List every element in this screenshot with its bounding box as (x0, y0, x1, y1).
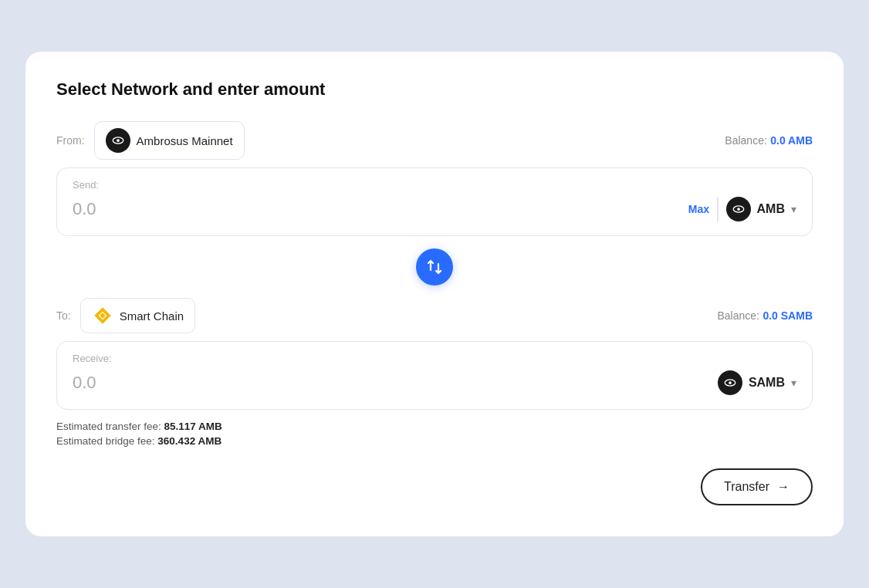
transfer-btn-label: Transfer (724, 480, 769, 494)
card-title: Select Network and enter amount (56, 79, 813, 100)
from-balance: Balance: 0.0 AMB (725, 133, 813, 147)
receive-token-selector[interactable]: SAMB ▾ (718, 370, 796, 395)
from-left: From: Ambrosus Mainnet (56, 121, 245, 160)
receive-label: Receive: (73, 353, 796, 364)
bridge-fee-label: Estimated bridge fee: (56, 435, 155, 447)
from-label: From: (56, 134, 85, 147)
to-left: To: Smart Chain (56, 298, 195, 333)
send-inner: 0.0 Max AMB ▾ (73, 197, 796, 221)
send-label: Send: (73, 179, 796, 191)
to-network-selector[interactable]: Smart Chain (80, 298, 195, 333)
send-token-name: AMB (757, 202, 785, 216)
to-balance-label: Balance: (717, 309, 759, 322)
send-value: 0.0 (73, 199, 96, 219)
transfer-fee-value: 85.117 AMB (164, 421, 222, 432)
svg-point-1 (117, 139, 120, 142)
ambrosus-icon (106, 128, 130, 153)
fee-section: Estimated transfer fee: 85.117 AMB Estim… (56, 421, 813, 447)
send-token-selector[interactable]: AMB ▾ (726, 197, 796, 221)
bridge-fee-line: Estimated bridge fee: 360.432 AMB (56, 435, 813, 447)
transfer-fee-line: Estimated transfer fee: 85.117 AMB (56, 421, 813, 432)
from-balance-label: Balance: (725, 134, 766, 147)
smart-chain-icon (92, 305, 113, 326)
send-right: Max AMB ▾ (688, 197, 796, 221)
receive-token-name: SAMB (749, 376, 785, 390)
swap-btn-container (56, 248, 813, 286)
to-balance-value: 0.0 SAMB (762, 309, 813, 322)
swap-button[interactable] (416, 248, 453, 286)
from-network-selector[interactable]: Ambrosus Mainnet (94, 121, 245, 160)
transfer-fee-label: Estimated transfer fee: (56, 421, 161, 432)
transfer-button[interactable]: Transfer → (701, 468, 813, 505)
receive-box: Receive: 0.0 SAMB ▾ (56, 341, 813, 410)
samb-token-icon (718, 370, 742, 395)
to-label: To: (56, 309, 71, 322)
transfer-arrow-icon: → (777, 480, 790, 494)
transfer-btn-row: Transfer → (56, 468, 813, 505)
from-row: From: Ambrosus Mainnet Balance: 0.0 AMB (56, 121, 813, 160)
from-network-name: Ambrosus Mainnet (137, 134, 233, 147)
amb-token-icon (726, 197, 751, 221)
svg-point-3 (737, 208, 740, 211)
receive-value: 0.0 (73, 373, 96, 393)
receive-inner: 0.0 SAMB ▾ (73, 370, 796, 395)
to-balance: Balance: 0.0 SAMB (717, 309, 813, 323)
svg-point-8 (729, 381, 732, 384)
to-row: To: Smart Chain Balance: 0.0 SAMB (56, 298, 813, 333)
main-card: Select Network and enter amount From: Am… (25, 52, 844, 536)
bridge-fee-value: 360.432 AMB (157, 435, 221, 447)
to-network-name: Smart Chain (120, 309, 184, 323)
vertical-divider (717, 197, 719, 221)
send-token-chevron: ▾ (791, 203, 796, 215)
from-balance-value: 0.0 AMB (770, 134, 813, 147)
send-box: Send: 0.0 Max AMB ▾ (56, 167, 813, 236)
max-button[interactable]: Max (688, 203, 709, 215)
receive-token-chevron: ▾ (791, 377, 796, 389)
